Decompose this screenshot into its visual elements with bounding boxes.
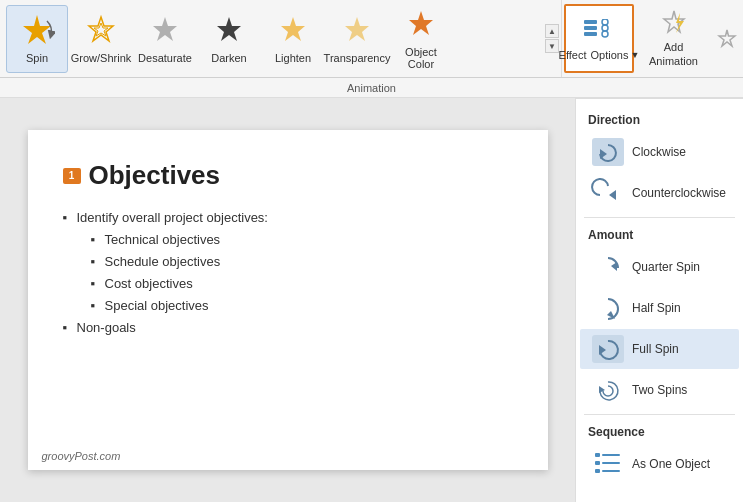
anim-spin[interactable]: Spin <box>6 5 68 73</box>
two-spins-item[interactable]: Two Spins <box>580 370 739 410</box>
svg-point-13 <box>602 31 608 37</box>
sub-bullet-1: Technical objectives <box>91 229 513 251</box>
svg-rect-29 <box>595 469 600 473</box>
lighten-label: Lighten <box>275 52 311 64</box>
darken-icon <box>211 13 247 49</box>
svg-point-12 <box>602 25 608 31</box>
anim-grow-shrink[interactable]: Grow/Shrink <box>70 5 132 73</box>
effect-options-icon <box>581 17 617 49</box>
svg-rect-30 <box>602 470 620 472</box>
darken-label: Darken <box>211 52 246 64</box>
svg-rect-26 <box>602 454 620 456</box>
divider-2 <box>584 414 735 415</box>
anim-lighten[interactable]: Lighten <box>262 5 324 73</box>
slide-number-badge: 1 <box>63 168 81 184</box>
full-spin-label: Full Spin <box>632 342 679 356</box>
toolbar: Spin Grow/Shrink Desaturate <box>0 0 743 78</box>
sub-bullet-3: Cost objectives <box>91 273 513 295</box>
svg-marker-1 <box>89 17 113 41</box>
transparency-label: Transparency <box>324 52 391 64</box>
grow-shrink-label: Grow/Shrink <box>71 52 132 64</box>
extra-star-icon <box>711 0 743 77</box>
direction-section-title: Direction <box>576 107 743 131</box>
svg-marker-6 <box>345 17 369 41</box>
half-spin-item[interactable]: Half Spin <box>580 288 739 328</box>
svg-marker-20 <box>611 262 617 271</box>
half-spin-icon <box>590 292 626 324</box>
animation-bar-label: Animation <box>347 82 396 94</box>
bullet-1: Identify overall project objectives: <box>63 207 513 229</box>
svg-rect-8 <box>584 20 597 24</box>
divider-1 <box>584 217 735 218</box>
clockwise-label: Clockwise <box>632 145 686 159</box>
as-one-object-label: As One Object <box>632 457 710 471</box>
svg-marker-24 <box>599 386 605 393</box>
sequence-section-title: Sequence <box>576 419 743 443</box>
spin-icon <box>19 13 55 49</box>
slide-title: 1 Objectives <box>63 160 513 191</box>
svg-point-11 <box>602 19 608 25</box>
lighten-icon <box>275 13 311 49</box>
svg-rect-25 <box>595 453 600 457</box>
svg-rect-28 <box>602 462 620 464</box>
effect-options-button[interactable]: Effect Options ▼ <box>564 4 634 73</box>
quarter-spin-icon <box>590 251 626 283</box>
scroll-down-arrow[interactable]: ▼ <box>545 39 559 53</box>
object-color-icon <box>403 7 439 43</box>
svg-marker-0 <box>23 15 51 44</box>
sub-bullet-4: Special objectives <box>91 295 513 317</box>
anim-transparency[interactable]: Transparency <box>326 5 388 73</box>
counterclockwise-item[interactable]: Counterclockwise <box>580 173 739 213</box>
svg-marker-16 <box>719 30 735 46</box>
object-color-label: Object Color <box>392 46 450 70</box>
svg-marker-7 <box>409 11 433 35</box>
amount-section-title: Amount <box>576 222 743 246</box>
effect-options-panel: Direction Clockwise Counterclockwise <box>575 98 743 502</box>
scroll-arrows: ▲ ▼ <box>543 0 561 77</box>
full-spin-item[interactable]: Full Spin <box>580 329 739 369</box>
svg-marker-3 <box>153 17 177 41</box>
watermark: groovyPost.com <box>42 450 121 462</box>
anim-desaturate[interactable]: Desaturate <box>134 5 196 73</box>
transparency-icon <box>339 13 375 49</box>
svg-marker-5 <box>281 17 305 41</box>
slide-area: 1 Objectives Identify overall project ob… <box>0 98 575 502</box>
spin-label: Spin <box>26 52 48 64</box>
svg-rect-9 <box>584 26 597 30</box>
two-spins-icon <box>590 374 626 406</box>
bullet-2: Non-goals <box>63 317 513 339</box>
quarter-spin-item[interactable]: Quarter Spin <box>580 247 739 287</box>
grow-shrink-icon <box>83 13 119 49</box>
counterclockwise-label: Counterclockwise <box>632 186 726 200</box>
slide: 1 Objectives Identify overall project ob… <box>28 130 548 470</box>
desaturate-icon <box>147 13 183 49</box>
svg-rect-10 <box>584 32 597 36</box>
svg-marker-4 <box>217 17 241 41</box>
add-animation-label: Add Animation <box>649 41 698 67</box>
clockwise-item[interactable]: Clockwise <box>580 132 739 172</box>
slide-content: Identify overall project objectives: Tec… <box>63 207 513 340</box>
counterclockwise-icon <box>590 177 626 209</box>
as-one-object-icon <box>590 448 626 480</box>
add-animation-button[interactable]: Add Animation <box>636 0 711 77</box>
sub-bullet-2: Schedule objectives <box>91 251 513 273</box>
animation-list: Spin Grow/Shrink Desaturate <box>0 0 543 77</box>
toolbar-right: Effect Options ▼ Add Animation <box>561 0 743 77</box>
scroll-up-arrow[interactable]: ▲ <box>545 24 559 38</box>
half-spin-label: Half Spin <box>632 301 681 315</box>
animation-label-bar: Animation <box>0 78 743 98</box>
anim-object-color[interactable]: Object Color <box>390 5 452 73</box>
clockwise-icon <box>590 136 626 168</box>
as-one-object-item[interactable]: As One Object <box>580 444 739 484</box>
effect-options-label: Effect Options ▼ <box>559 49 640 61</box>
full-spin-icon <box>590 333 626 365</box>
anim-darken[interactable]: Darken <box>198 5 260 73</box>
svg-rect-27 <box>595 461 600 465</box>
main-area: 1 Objectives Identify overall project ob… <box>0 98 743 502</box>
desaturate-label: Desaturate <box>138 52 192 64</box>
add-animation-icon <box>656 9 692 41</box>
two-spins-label: Two Spins <box>632 383 687 397</box>
svg-marker-19 <box>609 190 616 200</box>
quarter-spin-label: Quarter Spin <box>632 260 700 274</box>
